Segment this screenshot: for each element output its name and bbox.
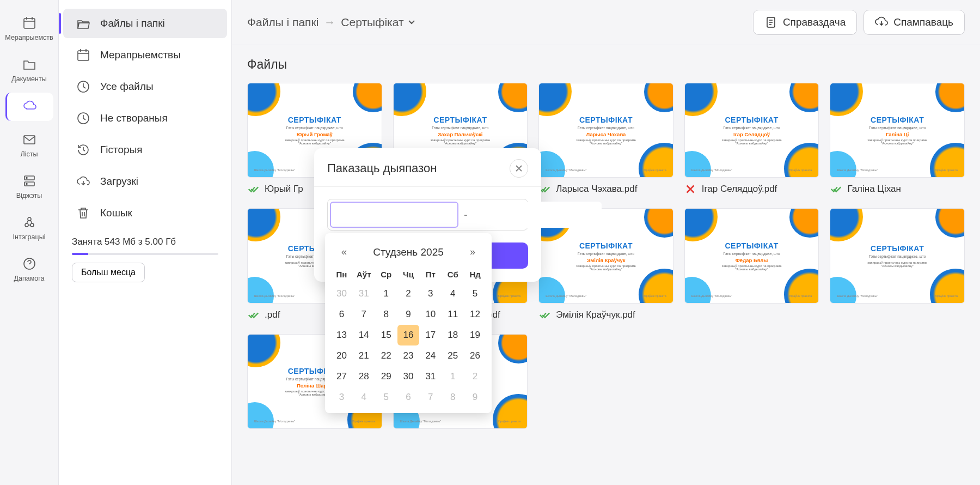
calendar-dow: Пн — [330, 265, 353, 283]
calendar-icon — [22, 15, 37, 31]
rail-cloud[interactable] — [5, 93, 53, 121]
cert-desc: завяршыў практычны курс па праграме"Асно… — [722, 264, 782, 271]
svg-rect-10 — [78, 51, 89, 60]
calendar-day[interactable]: 2 — [397, 283, 420, 304]
file-card[interactable]: СЕРТЫФІКАТГэты сертыфікат пацвярджае, шт… — [830, 83, 965, 195]
nav-rail: Мерапрыемств Дакументы Лісты Віджэты Інт… — [0, 0, 59, 485]
calendar-day[interactable]: 22 — [375, 345, 397, 366]
file-name: .pdf — [265, 310, 280, 320]
rail-help[interactable]: Дапамога — [5, 251, 53, 287]
more-space-button[interactable]: Больш месца — [72, 263, 145, 282]
calendar-day[interactable]: 7 — [419, 387, 442, 408]
calendar-day[interactable]: 7 — [353, 304, 375, 325]
calendar-day[interactable]: 9 — [464, 387, 486, 408]
calendar-day[interactable]: 4 — [442, 283, 464, 304]
calendar-day[interactable]: 27 — [330, 366, 353, 387]
calendar-day[interactable]: 30 — [330, 283, 353, 304]
calendar-day[interactable]: 15 — [375, 325, 397, 345]
storage-text: Занята 543 Мб з 5.00 Гб — [72, 237, 218, 247]
calendar-day[interactable]: 2 — [464, 366, 486, 387]
calendar-day[interactable]: 23 — [397, 345, 420, 366]
calendar-day[interactable]: 5 — [375, 387, 397, 408]
calendar-day[interactable]: 24 — [419, 345, 442, 366]
rail-widgets[interactable]: Віджэты — [5, 168, 53, 204]
calendar-day[interactable]: 18 — [442, 325, 464, 345]
sidebar-item-notcreated[interactable]: Не створаныя — [63, 104, 227, 133]
certificate-thumbnail: СЕРТЫФІКАТГэты сертыфікат пацвярджае, шт… — [684, 83, 819, 178]
calendar-prev[interactable]: « — [337, 244, 351, 260]
calendar-day[interactable]: 3 — [330, 387, 353, 408]
calendar-day[interactable]: 9 — [397, 304, 420, 325]
help-icon — [22, 256, 37, 271]
sidebar-item-trash[interactable]: Кошык — [63, 198, 227, 228]
calendar-day[interactable]: 26 — [464, 345, 486, 366]
calendar-day[interactable]: 30 — [397, 366, 420, 387]
rail-label: Віджэты — [16, 192, 42, 199]
calendar-next[interactable]: » — [465, 244, 480, 260]
rail-documents[interactable]: Дакументы — [5, 51, 53, 87]
check-icon — [247, 309, 259, 321]
calendar-day[interactable]: 1 — [442, 366, 464, 387]
calendar-day[interactable]: 21 — [353, 345, 375, 366]
calendar-day[interactable]: 1 — [375, 283, 397, 304]
cert-desc: завяршыў практычны курс па праграме"Асно… — [285, 138, 345, 145]
download-button[interactable]: Спампаваць — [863, 10, 965, 35]
calendar-day[interactable]: 10 — [419, 304, 442, 325]
calendar-day[interactable]: 3 — [419, 283, 442, 304]
calendar-day[interactable]: 31 — [353, 283, 375, 304]
range-separator: - — [464, 209, 468, 221]
certificate-thumbnail: СЕРТЫФІКАТГэты сертыфікат пацвярджае, шт… — [830, 208, 965, 303]
folder-icon — [22, 57, 37, 72]
sidebar-item-allfiles[interactable]: Усе файлы — [63, 72, 227, 101]
breadcrumb-dropdown[interactable]: Сертыфікат — [341, 16, 415, 29]
calendar-day[interactable]: 4 — [353, 387, 375, 408]
file-card[interactable]: СЕРТЫФІКАТГэты сертыфікат пацвярджае, шт… — [538, 83, 673, 195]
file-card[interactable]: СЕРТЫФІКАТГэты сертыфікат пацвярджае, шт… — [684, 83, 819, 195]
calendar-day[interactable]: 17 — [419, 325, 442, 345]
calendar-day[interactable]: 5 — [464, 283, 486, 304]
sidebar-item-label: Не створаныя — [100, 112, 168, 124]
sidebar-item-label: Файлы і папкі — [100, 17, 165, 29]
rail-events[interactable]: Мерапрыемств — [5, 10, 53, 46]
calendar-day[interactable]: 13 — [330, 325, 353, 345]
calendar-dow: Нд — [464, 265, 486, 283]
calendar-day[interactable]: 28 — [353, 366, 375, 387]
rail-integrations[interactable]: Інтэграцыі — [5, 209, 53, 245]
cert-desc: завяршыў практычны курс па праграме"Асно… — [576, 138, 636, 145]
sidebar-item-downloads[interactable]: Загрузкі — [63, 167, 227, 196]
calendar-day[interactable]: 6 — [397, 387, 420, 408]
calendar-day[interactable]: 12 — [464, 304, 486, 325]
history-icon — [76, 143, 90, 157]
mail-icon — [22, 132, 37, 147]
cert-subtitle: Гэты сертыфікат пацвярджае, што — [578, 126, 634, 130]
close-button[interactable] — [510, 159, 528, 178]
report-button[interactable]: Справаздача — [753, 10, 857, 35]
calendar-day[interactable]: 20 — [330, 345, 353, 366]
check-icon — [830, 183, 842, 195]
date-to-input[interactable] — [473, 202, 602, 228]
breadcrumb-root[interactable]: Файлы і папкі — [247, 16, 318, 29]
calendar-day[interactable]: 16 — [397, 325, 420, 345]
rail-mail[interactable]: Лісты — [5, 126, 53, 162]
cert-person: Юрый Громаў — [297, 131, 333, 137]
calendar-day[interactable]: 19 — [464, 325, 486, 345]
file-card[interactable]: СЕРТЫФІКАТГэты сертыфікат пацвярджае, шт… — [830, 208, 965, 320]
sidebar-item-events[interactable]: Мерапрыемствы — [63, 40, 227, 70]
cert-person: Захар Пальчэўскі — [438, 131, 482, 137]
calendar-day[interactable]: 6 — [330, 304, 353, 325]
calendar-day[interactable]: 8 — [442, 387, 464, 408]
file-card[interactable]: СЕРТЫФІКАТГэты сертыфікат пацвярджае, шт… — [684, 208, 819, 320]
calendar-day[interactable]: 25 — [442, 345, 464, 366]
rail-label: Лісты — [21, 150, 38, 158]
calendar-day[interactable]: 14 — [353, 325, 375, 345]
date-from-input[interactable] — [330, 202, 458, 228]
calendar-day[interactable]: 11 — [442, 304, 464, 325]
close-icon — [515, 165, 523, 172]
cert-desc: завяршыў практычны курс па праграме"Асно… — [576, 264, 636, 271]
sidebar-item-history[interactable]: Гісторыя — [63, 135, 227, 165]
calendar-day[interactable]: 31 — [419, 366, 442, 387]
sidebar-item-files[interactable]: Файлы і папкі — [63, 9, 227, 38]
calendar-day[interactable]: 29 — [375, 366, 397, 387]
cert-title: СЕРТЫФІКАТ — [725, 116, 778, 124]
calendar-day[interactable]: 8 — [375, 304, 397, 325]
